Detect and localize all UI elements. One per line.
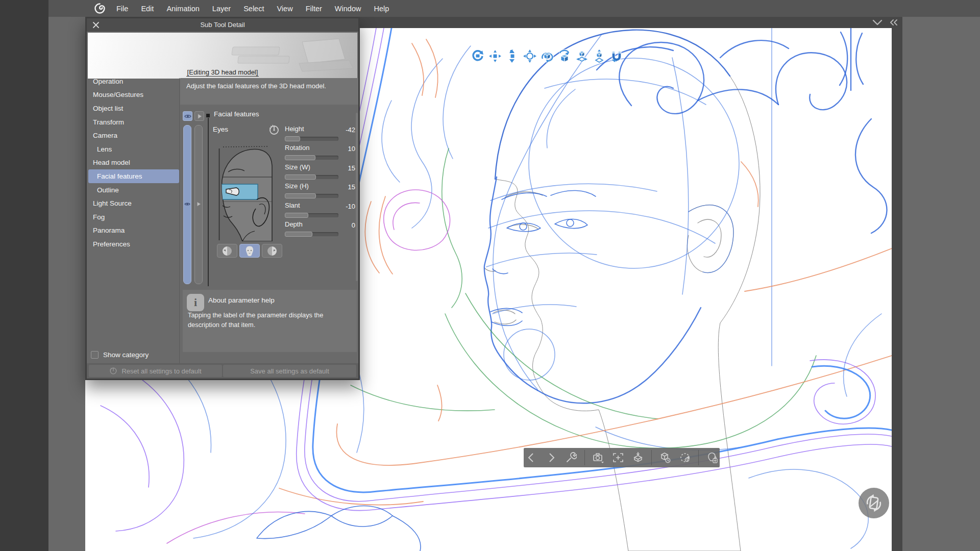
param-label-depth[interactable]: Depth	[285, 220, 303, 228]
sidebar-item-lens[interactable]: Lens	[88, 142, 179, 156]
rotate-canvas-button[interactable]	[859, 488, 889, 518]
chevrons-left-icon[interactable]	[889, 19, 898, 26]
param-slider-size-w[interactable]	[285, 175, 338, 179]
move-object-icon[interactable]	[523, 49, 536, 63]
workspace-background-left	[48, 17, 85, 551]
tool-preview-image: [Editing 3D head model]	[88, 33, 357, 79]
rotate-camera-icon[interactable]	[471, 49, 484, 63]
launcher-divider	[651, 450, 652, 465]
object-manipulation-toolbar	[471, 49, 623, 63]
snap-magnet-icon[interactable]	[609, 49, 623, 63]
param-label-slant[interactable]: Slant	[285, 202, 300, 209]
panel-header[interactable]: Sub Tool Detail	[87, 18, 358, 32]
param-slider-fill	[285, 136, 300, 141]
visibility-scrollbar[interactable]	[183, 125, 191, 284]
previous-icon[interactable]	[525, 451, 538, 464]
clip-studio-logo-icon	[94, 3, 106, 14]
sidebar-item-light-source[interactable]: Light Source	[88, 196, 179, 210]
register-head-icon[interactable]	[705, 451, 719, 464]
param-slider-fill	[285, 232, 312, 237]
param-row-height: Height-42	[285, 125, 355, 143]
camera-angle-icon[interactable]	[592, 451, 605, 464]
menu-filter[interactable]: Filter	[306, 5, 322, 13]
reset-dial-icon[interactable]	[268, 124, 280, 136]
param-slider-height[interactable]	[285, 137, 338, 141]
menu-bar: FileEditAnimationLayerSelectViewFilterWi…	[0, 0, 980, 17]
param-label-height[interactable]: Height	[285, 125, 304, 133]
param-label-size-w[interactable]: Size (W)	[285, 163, 310, 171]
param-value-size-h[interactable]: 15	[348, 183, 355, 191]
reset-all-settings-button[interactable]: Reset all settings to default	[89, 365, 222, 377]
sidebar-item-panorama[interactable]: Panorama	[88, 224, 179, 238]
category-list: OperationMouse/GesturesObject listTransf…	[88, 74, 179, 251]
left-offscreen-strip	[0, 0, 48, 551]
param-row-depth: Depth0	[285, 220, 355, 239]
center-view-icon[interactable]	[611, 451, 625, 464]
head-view-front-button[interactable]	[239, 244, 260, 258]
pan-camera-icon[interactable]	[488, 49, 502, 63]
parameter-group-label[interactable]: Facial features	[214, 110, 259, 118]
sidebar-item-camera[interactable]: Camera	[88, 129, 179, 142]
sidebar-item-preferences[interactable]: Preferences	[88, 237, 179, 251]
menu-file[interactable]: File	[116, 5, 128, 13]
eyes-parameter-label[interactable]: Eyes	[213, 126, 228, 133]
parameter-help-box: i About parameter help Tapping the label…	[183, 290, 357, 352]
param-row-size-h: Size (H)15	[285, 182, 355, 201]
sidebar-item-head-model[interactable]: Head model	[88, 156, 179, 170]
param-value-slant[interactable]: -10	[346, 203, 355, 210]
next-icon[interactable]	[545, 451, 558, 464]
menu-window[interactable]: Window	[335, 5, 361, 13]
sidebar-item-transform[interactable]: Transform	[88, 115, 179, 129]
visibility-toggle-button[interactable]	[183, 111, 192, 121]
zoom-camera-icon[interactable]	[505, 49, 519, 63]
show-category-checkbox[interactable]	[91, 351, 99, 359]
param-label-rotation[interactable]: Rotation	[285, 144, 309, 152]
sidebar-item-outline[interactable]: Outline	[88, 183, 179, 197]
tree-line	[208, 118, 209, 286]
sub-tool-detail-panel: Sub Tool Detail [Editing 3D head model] …	[85, 17, 360, 380]
drop-to-ground-icon[interactable]	[631, 451, 645, 464]
head-view-right-button[interactable]	[262, 244, 282, 258]
menu-animation[interactable]: Animation	[166, 5, 199, 13]
sidebar-item-mouse-gestures[interactable]: Mouse/Gestures	[88, 88, 179, 102]
reset-position-icon[interactable]	[658, 451, 672, 464]
move-on-plane-icon[interactable]	[575, 49, 589, 63]
expand-scrollbar[interactable]	[194, 125, 203, 284]
wrench-icon[interactable]	[565, 451, 578, 464]
param-value-rotation[interactable]: 10	[348, 145, 355, 153]
param-value-size-w[interactable]: 15	[348, 164, 355, 172]
param-value-depth[interactable]: 0	[352, 221, 355, 229]
show-category-label: Show category	[103, 351, 149, 359]
param-label-size-h[interactable]: Size (H)	[285, 182, 309, 190]
chevron-down-icon[interactable]	[872, 19, 883, 26]
head-view-left-button[interactable]	[217, 244, 237, 258]
param-slider-size-h[interactable]	[285, 194, 338, 198]
sidebar-item-object-list[interactable]: Object list	[88, 102, 179, 115]
menu-select[interactable]: Select	[243, 5, 264, 13]
rotate-object-icon[interactable]	[540, 49, 554, 63]
menu-layer[interactable]: Layer	[212, 5, 231, 13]
rotate-object-y-icon[interactable]	[557, 49, 571, 63]
menu-view[interactable]: View	[277, 5, 292, 13]
menu-edit[interactable]: Edit	[141, 5, 154, 13]
param-slider-slant[interactable]	[285, 213, 338, 217]
face-region-diagram[interactable]	[217, 144, 280, 241]
param-slider-depth[interactable]	[285, 232, 338, 236]
head-model-3d[interactable]	[484, 30, 760, 551]
help-body: Tapping the label of the parameter displ…	[188, 310, 352, 330]
sidebar-item-facial-features[interactable]: Facial features	[88, 169, 179, 183]
param-value-height[interactable]: -42	[346, 126, 355, 134]
reset-rotation-icon[interactable]	[678, 451, 692, 464]
parameter-scrollbar[interactable]	[356, 113, 358, 281]
head-view-buttons	[217, 244, 282, 258]
expand-toggle-button[interactable]	[194, 111, 204, 121]
param-row-rotation: Rotation10	[285, 144, 355, 162]
save-all-settings-button[interactable]: Save all settings as default	[223, 365, 356, 377]
collapsed-palette-dock	[902, 17, 980, 551]
raise-lower-object-icon[interactable]	[592, 49, 606, 63]
sidebar-item-operation[interactable]: Operation	[88, 74, 179, 88]
menu-help[interactable]: Help	[374, 5, 389, 13]
launcher-divider	[584, 450, 585, 465]
param-slider-rotation[interactable]	[285, 156, 338, 160]
sidebar-item-fog[interactable]: Fog	[88, 210, 179, 224]
